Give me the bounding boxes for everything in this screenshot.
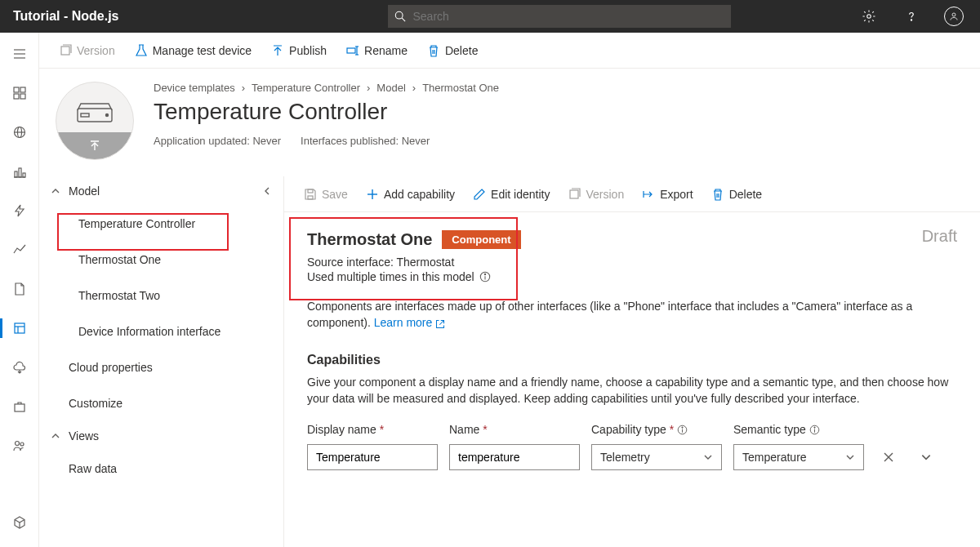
name-label: Name: [449, 423, 479, 436]
breadcrumb-item[interactable]: Temperature Controller: [252, 82, 360, 94]
info-icon[interactable]: [677, 425, 688, 435]
nav-device-templates[interactable]: [0, 314, 39, 343]
tree-views[interactable]: Views: [39, 421, 283, 451]
app-title: Tutorial - Node.js: [13, 9, 118, 24]
svg-point-2: [867, 15, 871, 19]
component-title: Thermostat One: [307, 230, 432, 249]
svg-point-0: [396, 11, 403, 19]
svg-rect-19: [15, 323, 24, 333]
capabilities-help: Give your component a display name and a…: [307, 374, 957, 407]
account-button[interactable]: [941, 3, 967, 29]
nav-admin[interactable]: [0, 392, 39, 421]
hamburger-button[interactable]: [0, 39, 39, 69]
svg-rect-10: [14, 94, 19, 99]
chevron-down-icon: [920, 451, 932, 463]
device-template-icon: [56, 82, 134, 160]
add-capability-button[interactable]: Add capability: [359, 183, 461, 206]
breadcrumb-item[interactable]: Model: [376, 82, 405, 94]
delete-label: Delete: [445, 44, 478, 57]
manage-test-device-button[interactable]: Manage test device: [128, 39, 258, 62]
search-box[interactable]: [388, 5, 731, 28]
tree-item-device-info[interactable]: Device Information interface: [39, 314, 283, 349]
trash-icon: [711, 188, 724, 201]
left-nav-rail: [0, 33, 39, 547]
rename-icon: [346, 44, 359, 57]
meta-published: Interfaces published: Never: [301, 135, 430, 147]
publish-button[interactable]: Publish: [265, 39, 333, 62]
tree-item-thermostat-one[interactable]: Thermostat One: [39, 242, 283, 278]
lightning-icon: [13, 204, 26, 217]
publish-label: Publish: [289, 44, 327, 57]
info-icon[interactable]: [479, 271, 491, 282]
rename-button[interactable]: Rename: [340, 39, 414, 62]
nav-groups[interactable]: [0, 157, 39, 186]
required-indicator: *: [670, 423, 674, 436]
remove-row-button[interactable]: [875, 444, 902, 470]
nav-data-export[interactable]: [0, 353, 39, 382]
collapse-icon[interactable]: [262, 186, 272, 196]
breadcrumb: Device templates Temperature Controller …: [154, 82, 499, 94]
tree-item-raw-data[interactable]: Raw data: [39, 451, 283, 487]
help-button[interactable]: [898, 3, 924, 29]
edit-label: Edit identity: [491, 188, 550, 201]
learn-more-link[interactable]: Learn more: [374, 316, 445, 329]
version-icon: [59, 44, 72, 57]
capability-type-value: Telemetry: [600, 451, 650, 464]
semantic-type-label: Semantic type: [733, 423, 806, 436]
tree-item-controller[interactable]: Temperature Controller: [39, 206, 283, 242]
search-icon: [394, 11, 406, 22]
document-icon: [13, 282, 26, 296]
manage-label: Manage test device: [153, 44, 252, 57]
version-icon: [568, 188, 581, 201]
export-button[interactable]: Export: [635, 183, 699, 206]
nav-analytics[interactable]: [0, 235, 39, 265]
nav-rules[interactable]: [0, 196, 39, 225]
cloud-icon: [13, 361, 26, 374]
semantic-type-select[interactable]: Temperature: [733, 444, 864, 470]
display-name-label: Display name: [307, 423, 376, 436]
edit-identity-button[interactable]: Edit identity: [466, 183, 556, 206]
nav-jobs[interactable]: [0, 274, 39, 304]
cube-icon: [13, 516, 26, 529]
briefcase-icon: [13, 400, 26, 413]
save-icon: [304, 188, 317, 201]
export-label: Export: [660, 188, 693, 201]
nav-users[interactable]: [0, 431, 39, 460]
display-name-input[interactable]: [307, 444, 438, 470]
tree-item-cloud-properties[interactable]: Cloud properties: [39, 349, 283, 385]
settings-button[interactable]: [856, 3, 882, 29]
tree-item-customize[interactable]: Customize: [39, 385, 283, 421]
publish-icon: [271, 44, 284, 57]
expand-row-button[interactable]: [913, 444, 939, 470]
tree-root-label: Model: [69, 185, 100, 198]
pencil-icon: [473, 188, 486, 201]
nav-settings[interactable]: [0, 508, 39, 537]
required-indicator: *: [380, 423, 384, 436]
svg-point-43: [682, 427, 683, 428]
nav-dashboard[interactable]: [0, 78, 39, 108]
delete-sub-button[interactable]: Delete: [705, 183, 768, 206]
page-title: Temperature Controller: [154, 99, 499, 125]
export-icon: [642, 188, 655, 201]
nav-devices[interactable]: [0, 118, 39, 147]
breadcrumb-item[interactable]: Device templates: [154, 82, 235, 94]
search-input[interactable]: [412, 10, 724, 23]
globe-icon: [13, 126, 26, 139]
delete-button[interactable]: Delete: [421, 39, 484, 62]
name-input[interactable]: [449, 444, 580, 470]
tree-root[interactable]: Model: [39, 176, 283, 206]
tree-views-label: Views: [69, 429, 99, 442]
tree-item-thermostat-two[interactable]: Thermostat Two: [39, 278, 283, 314]
semantic-type-value: Temperature: [742, 451, 807, 464]
svg-rect-32: [81, 113, 89, 117]
info-icon[interactable]: [809, 425, 820, 435]
help-icon: [904, 9, 919, 24]
meta-updated: Application updated: Never: [154, 135, 281, 147]
version-sub-label: Version: [586, 188, 624, 201]
hamburger-icon: [13, 47, 26, 60]
capability-type-label: Capability type: [591, 423, 666, 436]
svg-rect-9: [20, 87, 25, 92]
capability-type-select[interactable]: Telemetry: [591, 444, 722, 470]
svg-rect-22: [15, 404, 24, 411]
avatar-icon: [944, 7, 964, 26]
